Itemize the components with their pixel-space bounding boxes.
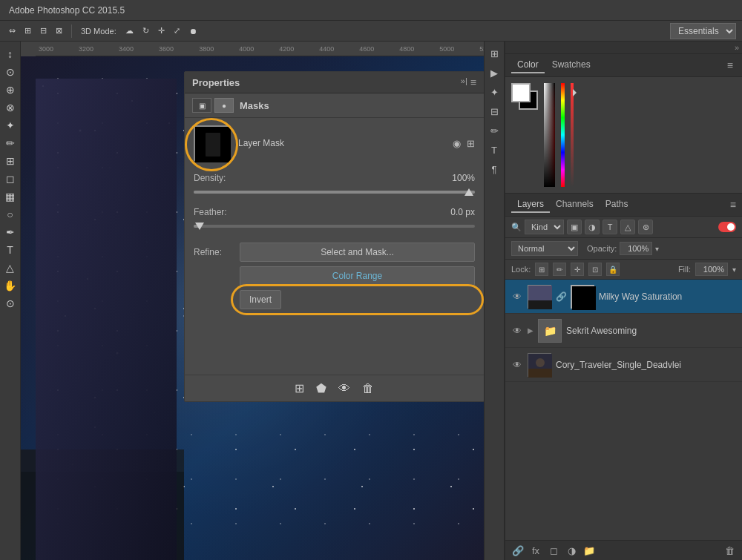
vert-tool-btn-7[interactable]: ¶ bbox=[485, 160, 503, 178]
align-left-icon[interactable]: ⊞ bbox=[22, 24, 34, 37]
props-resize-btn[interactable]: ⊞ bbox=[295, 381, 304, 395]
mask-view-icon[interactable]: ◉ bbox=[453, 138, 461, 149]
foreground-color-swatch[interactable] bbox=[511, 83, 531, 102]
layers-adjustment-btn[interactable]: ◑ bbox=[565, 544, 578, 557]
lock-position-btn[interactable]: ✛ bbox=[571, 263, 584, 276]
color-hue-bar[interactable] bbox=[561, 83, 565, 187]
properties-tab-mask[interactable]: ● bbox=[214, 98, 234, 113]
lock-all-btn[interactable]: 🔒 bbox=[606, 263, 620, 276]
svg-rect-25 bbox=[528, 369, 552, 378]
move-tool-btn[interactable]: ↕ bbox=[2, 46, 19, 62]
filter-pixel-btn[interactable]: ▣ bbox=[567, 220, 582, 234]
kind-select[interactable]: Kind bbox=[525, 220, 564, 234]
paths-tab[interactable]: Paths bbox=[600, 197, 634, 213]
main-layout: ↕ ⊙ ⊕ ⊗ ✦ ✏ ⊞ ◻ ▦ ○ ✒ T △ ✋ ⊙ 3000 3200 … bbox=[0, 42, 742, 560]
filter-type-btn[interactable]: T bbox=[603, 220, 617, 234]
pen-tool-btn[interactable]: ✒ bbox=[2, 224, 19, 240]
3d-pan-icon[interactable]: ✛ bbox=[155, 24, 168, 37]
layer-mask-icons: ◉ ⊞ bbox=[453, 138, 475, 149]
layer-item-cory[interactable]: 👁 Cory_Traveler_Single_Deadvlei bbox=[505, 348, 742, 382]
right-panel-expand-icon[interactable]: » bbox=[735, 43, 739, 52]
svg-point-13 bbox=[154, 412, 155, 413]
gradient-tool-btn[interactable]: ▦ bbox=[2, 188, 19, 205]
filter-smart-btn[interactable]: ⊛ bbox=[638, 220, 653, 234]
crop-tool-btn[interactable]: ⊕ bbox=[2, 82, 19, 98]
heal-tool-btn[interactable]: ✦ bbox=[2, 117, 19, 134]
dodge-tool-btn[interactable]: ○ bbox=[2, 206, 19, 223]
layer-expand-sekrit[interactable]: ▶ bbox=[528, 326, 533, 335]
invert-button[interactable]: Invert bbox=[240, 290, 281, 309]
opacity-value[interactable]: 100% bbox=[620, 242, 652, 255]
shape-tool-btn[interactable]: △ bbox=[2, 260, 19, 276]
3d-orbit-icon[interactable]: ↻ bbox=[139, 24, 152, 37]
layers-folder-btn[interactable]: 📁 bbox=[582, 544, 596, 557]
properties-menu-icon[interactable]: ≡ bbox=[470, 76, 476, 88]
lock-transparency-btn[interactable]: ⊞ bbox=[535, 263, 548, 276]
layers-tab[interactable]: Layers bbox=[511, 197, 550, 213]
hand-tool-btn[interactable]: ✋ bbox=[2, 277, 19, 294]
density-slider[interactable] bbox=[194, 186, 475, 198]
move-tool-icon[interactable]: ⇔ bbox=[6, 24, 19, 37]
filter-shape-btn[interactable]: △ bbox=[620, 220, 635, 234]
3d-rotate-icon[interactable]: ☁ bbox=[122, 24, 137, 37]
workspace-select[interactable]: Essentials bbox=[670, 23, 736, 39]
color-tab[interactable]: Color bbox=[511, 57, 545, 73]
align-right-icon[interactable]: ⊠ bbox=[53, 24, 65, 37]
layer-visibility-sekrit[interactable]: 👁 bbox=[511, 325, 523, 337]
properties-tab-pixel[interactable]: ▣ bbox=[192, 98, 211, 113]
color-panel-menu-btn[interactable]: ≡ bbox=[724, 58, 736, 73]
vert-tool-btn-3[interactable]: ✦ bbox=[485, 83, 503, 101]
vert-tool-btn-2[interactable]: ▶ bbox=[485, 64, 503, 82]
vert-tool-btn-1[interactable]: ⊞ bbox=[485, 45, 503, 62]
type-tool-btn[interactable]: T bbox=[2, 242, 19, 258]
select-mask-button[interactable]: Select and Mask... bbox=[240, 243, 475, 262]
layer-visibility-milky-way[interactable]: 👁 bbox=[511, 291, 523, 303]
svg-point-2 bbox=[79, 130, 82, 132]
eyedrop-tool-btn[interactable]: ⊗ bbox=[2, 99, 19, 116]
color-gradient[interactable] bbox=[544, 83, 555, 187]
zoom-tool-btn[interactable]: ⊙ bbox=[2, 295, 19, 312]
channels-tab[interactable]: Channels bbox=[550, 197, 600, 213]
brush-tool-btn[interactable]: ✏ bbox=[2, 135, 19, 151]
3d-slide-icon[interactable]: ⤢ bbox=[171, 24, 183, 37]
svg-point-3 bbox=[131, 100, 133, 102]
clone-tool-btn[interactable]: ⊞ bbox=[2, 153, 19, 169]
feather-slider[interactable] bbox=[194, 220, 475, 232]
lasso-tool-btn[interactable]: ⊙ bbox=[2, 64, 19, 80]
eraser-tool-btn[interactable]: ◻ bbox=[2, 171, 19, 187]
3d-camera-icon[interactable]: ⏺ bbox=[186, 25, 200, 37]
filter-adjust-btn[interactable]: ◑ bbox=[585, 220, 600, 234]
vert-tool-btn-6[interactable]: T bbox=[485, 141, 503, 159]
color-alpha-bar[interactable] bbox=[571, 83, 574, 187]
props-visibility-btn[interactable]: 👁 bbox=[338, 381, 350, 395]
align-center-icon[interactable]: ⊟ bbox=[37, 24, 50, 37]
lock-artboard-btn[interactable]: ⊡ bbox=[588, 263, 602, 276]
layers-trash-btn[interactable]: 🗑 bbox=[723, 544, 736, 557]
vert-tool-btn-5[interactable]: ✏ bbox=[485, 122, 503, 139]
layer-item-sekrit[interactable]: 👁 ▶ 📁 Sekrit Awesoming bbox=[505, 314, 742, 348]
properties-collapse-icon[interactable]: »| bbox=[461, 76, 467, 88]
layer-visibility-cory[interactable]: 👁 bbox=[511, 359, 523, 371]
vert-tool-btn-4[interactable]: ⊟ bbox=[485, 102, 503, 120]
color-range-button[interactable]: Color Range bbox=[240, 266, 475, 286]
layer-mask-thumbnail-wrapper[interactable] bbox=[194, 125, 229, 161]
lock-pixels-btn[interactable]: ✏ bbox=[553, 263, 566, 276]
svg-rect-20 bbox=[206, 133, 220, 157]
layers-mask-btn[interactable]: ◻ bbox=[547, 544, 560, 557]
opacity-arrow[interactable]: ▾ bbox=[655, 245, 659, 253]
fill-value[interactable]: 100% bbox=[695, 263, 728, 276]
blend-mode-select[interactable]: Normal bbox=[511, 241, 578, 256]
fill-arrow[interactable]: ▾ bbox=[732, 266, 736, 274]
layers-link-btn[interactable]: 🔗 bbox=[511, 544, 525, 557]
layers-fx-btn[interactable]: fx bbox=[529, 544, 542, 557]
ruler-mark-3800: 3800 bbox=[199, 45, 214, 53]
filter-toggle[interactable] bbox=[718, 222, 736, 232]
fg-bg-squares bbox=[511, 83, 538, 110]
swatches-tab[interactable]: Swatches bbox=[546, 57, 597, 73]
layers-menu-btn[interactable]: ≡ bbox=[730, 199, 736, 211]
color-panel-tabs-left: Color Swatches bbox=[511, 57, 597, 73]
props-delete-btn[interactable]: 🗑 bbox=[362, 381, 374, 395]
layer-item-milky-way[interactable]: 👁 🔗 Milky Way Saturation bbox=[505, 280, 742, 314]
mask-invert-icon[interactable]: ⊞ bbox=[467, 138, 475, 149]
props-fill-btn[interactable]: ⬟ bbox=[316, 381, 326, 395]
